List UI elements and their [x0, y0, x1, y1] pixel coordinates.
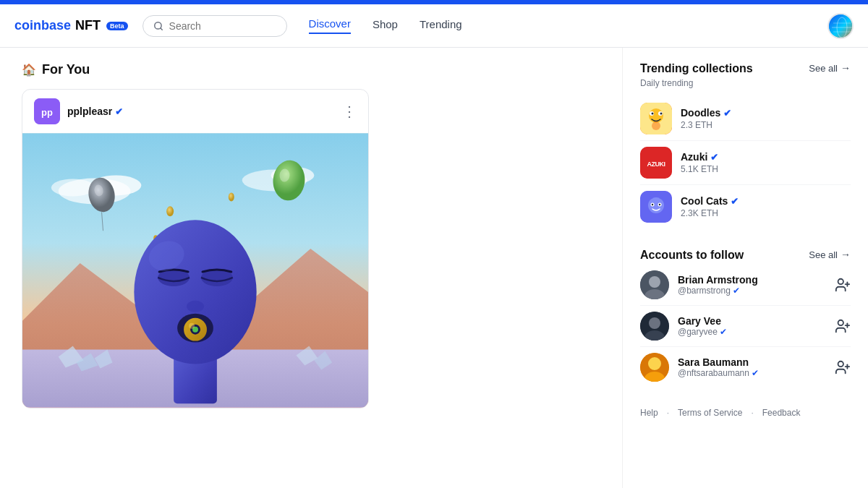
- svg-point-61: [838, 279, 843, 284]
- sara-follow-button[interactable]: [835, 359, 851, 375]
- sara-verified-icon: ✔: [752, 368, 759, 378]
- search-input[interactable]: [169, 20, 276, 32]
- svg-point-46: [660, 113, 663, 115]
- svg-point-57: [659, 204, 660, 205]
- right-sidebar: Trending collections See all → Daily tre…: [622, 48, 868, 488]
- svg-point-56: [652, 204, 653, 205]
- coolcats-name: Cool Cats ✔: [681, 195, 851, 207]
- svg-point-59: [649, 276, 660, 288]
- footer-help[interactable]: Help: [640, 408, 658, 418]
- trending-header: Trending collections See all →: [640, 62, 851, 75]
- search-wrap[interactable]: [142, 15, 287, 37]
- main-nav: Discover Shop Trending: [309, 17, 462, 34]
- svg-point-67: [838, 320, 843, 325]
- gary-follow-button[interactable]: [835, 318, 851, 334]
- gary-verified-icon: ✔: [720, 327, 727, 337]
- svg-point-71: [648, 357, 661, 370]
- azuki-thumbnail: AZUKI: [640, 147, 672, 179]
- svg-point-2: [829, 14, 854, 39]
- author-avatar: pp: [34, 98, 60, 124]
- accounts-section: Accounts to follow See all →: [640, 249, 851, 388]
- gary-info: Gary Vee @garyvee ✔: [678, 315, 826, 337]
- svg-point-23: [229, 192, 234, 201]
- nft-image: [22, 133, 368, 408]
- azuki-info: Azuki ✔ 5.1K ETH: [681, 151, 851, 174]
- coolcats-verified-icon: ✔: [731, 196, 739, 207]
- post-more-button[interactable]: ⋮: [342, 104, 357, 119]
- collection-item-doodles[interactable]: Doodles ✔ 2.3 ETH: [640, 97, 851, 141]
- brian-name: Brian Armstrong: [678, 274, 826, 286]
- author-verified-icon: ✔: [115, 106, 123, 117]
- accounts-header: Accounts to follow See all →: [640, 249, 851, 262]
- trending-section: Trending collections See all → Daily tre…: [640, 62, 851, 228]
- gary-avatar: [640, 312, 669, 341]
- brian-follow-button[interactable]: [835, 277, 851, 293]
- nav-item-discover[interactable]: Discover: [309, 17, 351, 34]
- svg-point-12: [51, 179, 95, 197]
- doodles-price: 2.3 ETH: [681, 120, 851, 130]
- account-item-sara: Sara Baumann @nftsarabaumann ✔: [640, 347, 851, 388]
- sara-handle: @nftsarabaumann ✔: [678, 368, 826, 378]
- trending-title: Trending collections: [640, 62, 753, 75]
- svg-line-1: [160, 27, 162, 30]
- gary-handle: @garyvee ✔: [678, 327, 826, 337]
- arrow-right-icon: →: [841, 62, 851, 74]
- feed-section: 🏠 For You pp pplpleasr: [0, 48, 622, 488]
- account-item-brian: Brian Armstrong @barmstrong ✔: [640, 265, 851, 306]
- svg-point-22: [166, 206, 174, 216]
- footer-terms[interactable]: Terms of Service: [678, 408, 742, 418]
- svg-point-65: [649, 317, 660, 329]
- header: coinbase NFT Beta Discover Shop Trending: [0, 4, 868, 48]
- footer-feedback[interactable]: Feedback: [762, 408, 801, 418]
- brian-handle: @barmstrong ✔: [678, 286, 826, 296]
- collection-item-azuki[interactable]: AZUKI Azuki ✔ 5.1K ETH: [640, 141, 851, 185]
- collection-item-coolcats[interactable]: Cool Cats ✔ 2.3K ETH: [640, 185, 851, 228]
- brian-avatar: [640, 270, 669, 299]
- account-item-gary: Gary Vee @garyvee ✔: [640, 306, 851, 347]
- post-header: pp pplpleasr ✔ ⋮: [22, 90, 368, 133]
- user-avatar[interactable]: [827, 13, 854, 39]
- accounts-title: Accounts to follow: [640, 249, 744, 262]
- doodles-name: Doodles ✔: [681, 107, 851, 119]
- svg-point-45: [652, 113, 654, 115]
- main-content: 🏠 For You pp pplpleasr: [0, 48, 868, 488]
- sara-info: Sara Baumann @nftsarabaumann ✔: [678, 356, 826, 378]
- accounts-arrow-icon: →: [841, 249, 851, 260]
- trending-subtitle: Daily trending: [640, 78, 851, 88]
- sara-name: Sara Baumann: [678, 356, 826, 368]
- trending-see-all-button[interactable]: See all →: [809, 62, 851, 74]
- logo-nft: NFT: [75, 18, 101, 33]
- gary-name: Gary Vee: [678, 315, 826, 327]
- svg-text:AZUKI: AZUKI: [647, 160, 665, 168]
- post-author: pp pplpleasr ✔: [34, 98, 123, 124]
- nav-item-shop[interactable]: Shop: [373, 18, 398, 33]
- for-you-title: 🏠 For You: [22, 62, 600, 77]
- logo-area: coinbase NFT Beta: [14, 18, 128, 33]
- svg-text:pp: pp: [41, 107, 53, 118]
- doodles-info: Doodles ✔ 2.3 ETH: [681, 107, 851, 130]
- coolcats-thumbnail: [640, 191, 672, 223]
- coolcats-price: 2.3K ETH: [681, 208, 851, 218]
- svg-point-34: [189, 323, 195, 329]
- azuki-verified-icon: ✔: [710, 152, 718, 163]
- post-card: pp pplpleasr ✔ ⋮: [22, 89, 369, 408]
- azuki-name: Azuki ✔: [681, 151, 851, 163]
- footer-dot-1: ·: [667, 408, 669, 418]
- beta-badge: Beta: [106, 22, 128, 30]
- nav-item-trending[interactable]: Trending: [420, 18, 462, 33]
- azuki-price: 5.1K ETH: [681, 164, 851, 174]
- svg-point-73: [838, 361, 843, 367]
- footer-dot-2: ·: [751, 408, 753, 418]
- doodles-verified-icon: ✔: [723, 108, 731, 119]
- search-icon: [153, 21, 163, 31]
- brian-verified-icon: ✔: [733, 286, 740, 296]
- svg-point-47: [652, 121, 660, 130]
- logo-coinbase: coinbase: [14, 18, 71, 33]
- brian-info: Brian Armstrong @barmstrong ✔: [678, 274, 826, 296]
- accounts-see-all-button[interactable]: See all →: [809, 249, 851, 260]
- coolcats-info: Cool Cats ✔ 2.3K ETH: [681, 195, 851, 218]
- footer-links: Help · Terms of Service · Feedback: [640, 408, 851, 418]
- author-name: pplpleasr ✔: [67, 106, 123, 117]
- doodles-thumbnail: [640, 103, 672, 134]
- home-icon: 🏠: [22, 63, 36, 77]
